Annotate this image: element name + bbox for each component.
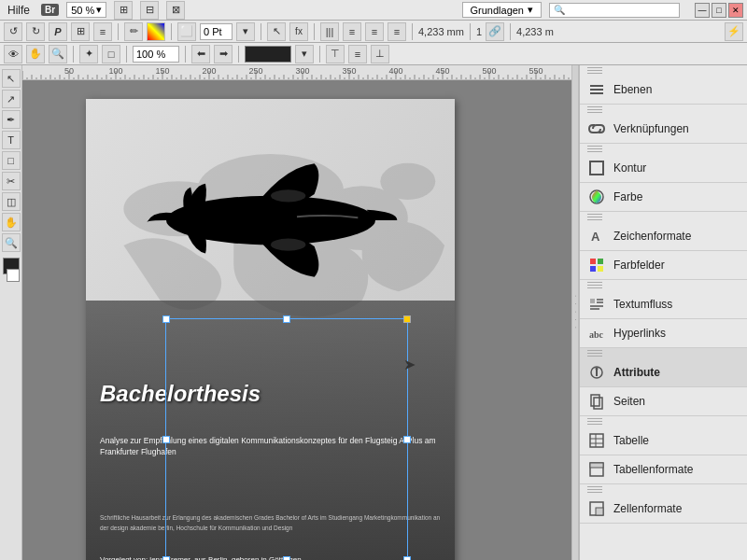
panel-section-tabelle: Tabelle: [580, 416, 747, 455]
color-swatch[interactable]: [245, 46, 291, 63]
tool-zoom[interactable]: 🔍: [49, 45, 67, 63]
tool-type[interactable]: T: [2, 131, 21, 149]
tool-dropdown-2[interactable]: ▾: [295, 45, 314, 63]
tool-move[interactable]: ✦: [79, 45, 98, 63]
tool-direct[interactable]: ↗: [2, 90, 21, 108]
svg-rect-26: [591, 395, 599, 406]
close-button[interactable]: ✕: [728, 3, 743, 18]
tool-select[interactable]: ↖: [2, 69, 21, 88]
panel-section-zeichenformate: A Zeichenformate: [580, 212, 747, 251]
panel-header-attribute[interactable]: Attribute: [580, 358, 747, 386]
panel-header-hyperlinks[interactable]: abc Hyperlinks: [580, 319, 747, 347]
panel-section-kontur: Kontur: [580, 144, 747, 183]
panel-header-kontur[interactable]: Kontur: [580, 154, 747, 182]
view-btn-1[interactable]: ⊞: [114, 1, 133, 20]
sep-1: [118, 23, 119, 40]
swatches-icon: [587, 256, 606, 274]
percent-input[interactable]: [133, 46, 179, 63]
view-btn-2[interactable]: ⊟: [140, 1, 159, 20]
tool-hand-2[interactable]: ✋: [2, 213, 21, 231]
grundlagen-dropdown-icon: ▾: [528, 4, 533, 16]
tool-pencil[interactable]: ✏: [124, 22, 143, 41]
panel-header-zeichenformate[interactable]: A Zeichenformate: [580, 222, 747, 250]
tool-align-top[interactable]: ⊤: [326, 45, 345, 63]
tool-cols[interactable]: |||: [320, 22, 339, 41]
tool-rotate-r[interactable]: ↻: [26, 22, 45, 41]
maximize-button[interactable]: □: [712, 3, 726, 18]
svg-rect-16: [598, 266, 603, 272]
tool-rect[interactable]: □: [2, 151, 21, 170]
tool-align[interactable]: ≡: [93, 22, 112, 41]
tabelle-label: Tabelle: [613, 434, 649, 447]
panel-header-ebenen[interactable]: Ebenen: [580, 76, 747, 104]
tool-align-bot[interactable]: ⊥: [371, 45, 389, 63]
sep-5: [412, 23, 413, 40]
tool-align-mid[interactable]: ≡: [348, 45, 367, 63]
tool-eye[interactable]: 👁: [4, 45, 22, 63]
ruler-horizontal: [22, 65, 571, 80]
menu-hilfe[interactable]: Hilfe: [4, 2, 34, 19]
cell-format-icon: [587, 499, 606, 518]
sep-9: [126, 46, 127, 63]
panel-resize-handle[interactable]: · · · · ·: [571, 65, 579, 560]
panel-header-farbfelder[interactable]: Farbfelder: [580, 251, 747, 279]
tool-p[interactable]: P: [49, 22, 67, 41]
tool-lightning[interactable]: ⚡: [725, 22, 743, 41]
tool-text-l[interactable]: ≡: [343, 22, 361, 41]
tool-stroke[interactable]: ⬜: [177, 22, 196, 41]
zoom-select[interactable]: 50 % ▾: [66, 2, 106, 18]
tabellenformate-label: Tabellenformate: [613, 463, 693, 476]
panel-section-farbe: Farbe: [580, 183, 747, 212]
tool-cursor[interactable]: ↖: [267, 22, 286, 41]
tool-rotate-l[interactable]: ↺: [4, 22, 22, 41]
view-btn-3[interactable]: ⊠: [166, 1, 185, 20]
cursor-arrow: ➤: [403, 356, 416, 373]
kontur-label: Kontur: [613, 161, 646, 175]
panel-header-zellenformate[interactable]: Zellenformate: [580, 495, 747, 523]
search-input[interactable]: [565, 5, 677, 16]
attribute-label: Attribute: [613, 366, 660, 379]
sep-7: [510, 23, 511, 40]
tool-color[interactable]: [147, 22, 165, 41]
tool-hand[interactable]: ✋: [26, 45, 45, 63]
tool-text-r[interactable]: ≡: [388, 22, 406, 41]
svg-rect-13: [590, 259, 596, 264]
tool-text-c[interactable]: ≡: [365, 22, 384, 41]
color-icon: [587, 188, 606, 206]
menu-bar: Hilfe Br 50 % ▾ ⊞ ⊟ ⊠ Grundlagen ▾ 🔍 — □…: [0, 0, 747, 21]
panel-header-farbe[interactable]: Farbe: [580, 183, 747, 211]
tool-fx[interactable]: fx: [289, 22, 308, 41]
farbfelder-label: Farbfelder: [613, 259, 665, 272]
char-format-icon: A: [587, 227, 606, 245]
sep-8: [73, 46, 74, 63]
pt-input[interactable]: [200, 23, 233, 40]
svg-point-25: [596, 368, 599, 371]
panel-header-verknuepfungen[interactable]: Verknüpfungen: [580, 115, 747, 143]
panel-header-seiten[interactable]: Seiten: [580, 387, 747, 415]
tool-dropdown[interactable]: ▾: [236, 22, 255, 41]
tool-link[interactable]: 🔗: [486, 22, 504, 41]
tool-gradient[interactable]: ◫: [2, 192, 21, 211]
tool-align-l[interactable]: ⬅: [191, 45, 210, 63]
panel-header-textumfluss[interactable]: Textumfluss: [580, 290, 747, 318]
bg-color[interactable]: [7, 269, 20, 282]
svg-rect-7: [590, 85, 603, 87]
panel-header-tabellenformate[interactable]: Tabellenformate: [580, 455, 747, 483]
tool-align-r[interactable]: ➡: [214, 45, 233, 63]
panel-section-hyperlinks: abc Hyperlinks: [580, 319, 747, 348]
stroke-icon: [587, 159, 606, 177]
tool-grid[interactable]: ⊞: [71, 22, 90, 41]
grundlagen-select[interactable]: Grundlagen ▾: [462, 2, 543, 18]
search-box[interactable]: 🔍: [549, 3, 680, 18]
canvas-area[interactable]: Bachelorthesis Analyse zur Empfehlung ei…: [22, 80, 571, 560]
tool-zoom-2[interactable]: 🔍: [2, 233, 21, 252]
pages-icon: [587, 392, 606, 411]
tool-scissors[interactable]: ✂: [2, 172, 21, 190]
minimize-button[interactable]: —: [695, 3, 710, 18]
tool-box[interactable]: □: [102, 45, 120, 63]
svg-point-6: [271, 239, 305, 251]
thesis-footer: Vorgelegt von: lena Kremer, aus Berlin, …: [100, 553, 441, 560]
tool-pen[interactable]: ✒: [2, 110, 21, 129]
svg-rect-9: [590, 92, 603, 94]
panel-header-tabelle[interactable]: Tabelle: [580, 427, 747, 455]
